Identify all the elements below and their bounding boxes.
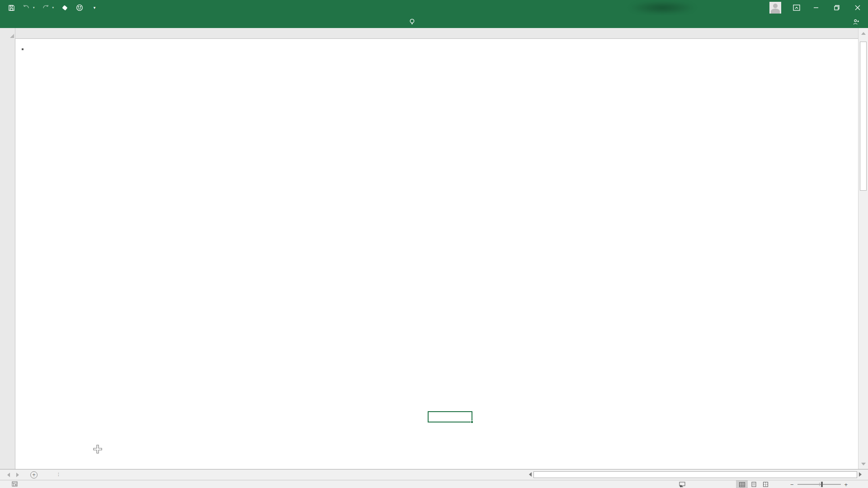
page-layout-view-icon[interactable] — [748, 480, 760, 488]
cell-cursor-pointer — [93, 444, 103, 456]
sheet-nav — [0, 469, 25, 480]
excel-window: ▾ ▾ ▾ — [0, 0, 868, 488]
new-sheet-button[interactable]: + — [25, 469, 42, 480]
horizontal-scrollbar-right-arrow[interactable] — [859, 472, 862, 477]
fill-handle[interactable] — [471, 421, 473, 423]
close-button[interactable] — [847, 0, 868, 15]
sheet-grid — [0, 39, 858, 469]
plus-icon: + — [30, 471, 38, 479]
zoom-out-icon[interactable]: − — [790, 481, 794, 488]
macro-record-icon[interactable] — [12, 481, 18, 488]
vertical-scrollbar-up-arrow[interactable] — [858, 28, 868, 39]
data-table — [22, 48, 24, 50]
title-bar: ▾ ▾ ▾ — [0, 0, 868, 15]
row-number-gutter — [0, 39, 15, 469]
horizontal-scrollbar-thumb[interactable] — [533, 471, 857, 478]
normal-view-icon[interactable] — [736, 480, 748, 488]
select-all-corner[interactable] — [0, 28, 15, 39]
horizontal-scrollbar-left-arrow[interactable] — [529, 472, 532, 477]
vertical-scrollbar-down-arrow[interactable] — [861, 463, 866, 465]
page-break-view-icon[interactable] — [760, 480, 771, 488]
window-title — [0, 0, 868, 15]
tell-me-box[interactable] — [409, 15, 418, 28]
tab-splitter-handle[interactable]: ⁞ — [55, 469, 61, 480]
display-settings-icon — [679, 482, 685, 488]
avatar[interactable] — [769, 2, 781, 14]
redacted-blur — [628, 1, 696, 14]
status-bar: − + — [0, 480, 868, 488]
vertical-scrollbar[interactable] — [858, 39, 868, 469]
lightbulb-icon — [409, 19, 415, 25]
zoom-in-icon[interactable]: + — [844, 481, 848, 488]
minimize-button[interactable] — [806, 0, 826, 15]
share-button[interactable] — [853, 15, 862, 28]
sheet-nav-right-icon[interactable] — [16, 473, 19, 477]
share-person-icon — [853, 19, 859, 25]
zoom-slider-thumb[interactable] — [821, 482, 823, 487]
zoom-slider[interactable] — [797, 480, 841, 488]
ribbon-tab-row — [0, 15, 868, 28]
ribbon-display-options-icon[interactable] — [788, 0, 806, 15]
horizontal-scrollbar[interactable] — [529, 470, 862, 479]
restore-button[interactable] — [826, 0, 847, 15]
vertical-scrollbar-thumb[interactable] — [860, 42, 867, 191]
display-settings-button[interactable] — [679, 480, 688, 488]
column-headers — [0, 28, 868, 39]
sheet-nav-left-icon[interactable] — [7, 473, 10, 477]
selected-cell-K38[interactable] — [428, 411, 472, 422]
